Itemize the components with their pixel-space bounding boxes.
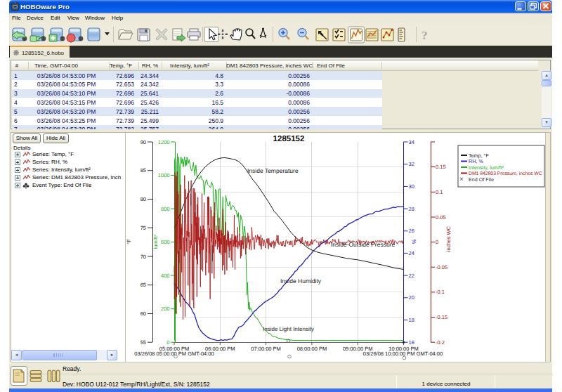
svg-text:22: 22 [409, 273, 414, 279]
svg-text:-0.2: -0.2 [436, 339, 445, 346]
svg-text:1000: 1000 [158, 172, 170, 178]
svg-text:34: 34 [409, 139, 414, 145]
svg-text:0: 0 [436, 239, 438, 245]
svg-text:0: 0 [166, 339, 169, 346]
svg-text:0.15: 0.15 [436, 164, 446, 170]
svg-text:16: 16 [409, 339, 414, 346]
svg-text:°F: °F [126, 239, 132, 244]
svg-text:70: 70 [140, 254, 146, 260]
svg-text:18: 18 [409, 317, 414, 323]
svg-text:90: 90 [140, 139, 146, 145]
svg-text:60: 60 [140, 311, 146, 317]
svg-text:-0.15: -0.15 [436, 314, 447, 320]
svg-text:75: 75 [140, 225, 146, 231]
svg-text:Intensity, lum/ft²: Intensity, lum/ft² [469, 164, 504, 171]
svg-text:26: 26 [409, 228, 414, 234]
svg-text:30: 30 [409, 183, 414, 190]
svg-text:85: 85 [140, 167, 146, 174]
svg-text:-0.1: -0.1 [436, 289, 445, 295]
svg-text:55: 55 [140, 339, 146, 346]
svg-text:200: 200 [161, 306, 170, 312]
svg-text:Inside Light Intensity: Inside Light Intensity [263, 326, 314, 332]
svg-text:07:00:00 PM: 07:00:00 PM [251, 346, 281, 352]
svg-text:28: 28 [409, 206, 414, 212]
svg-text:24: 24 [409, 250, 414, 256]
svg-text:×: × [459, 176, 464, 183]
svg-text:?: ? [422, 29, 428, 42]
svg-text:20: 20 [409, 294, 414, 301]
svg-text:03/26/08 10:00:00 PM GMT-04:00: 03/26/08 10:00:00 PM GMT-04:00 [363, 351, 443, 357]
svg-text:800: 800 [161, 206, 170, 212]
svg-text:End Of File: End Of File [469, 176, 494, 183]
svg-text:600: 600 [161, 239, 170, 245]
svg-text:1285152: 1285152 [273, 135, 305, 143]
svg-text:80: 80 [140, 196, 146, 202]
svg-text:400: 400 [161, 273, 170, 279]
svg-text:Inside Humidity: Inside Humidity [280, 277, 322, 285]
svg-text:Inside-Outside Pressure: Inside-Outside Pressure [331, 241, 395, 248]
svg-text:-0.05: -0.05 [436, 264, 447, 270]
svg-text:0.1: 0.1 [436, 189, 443, 195]
svg-text:inches WC: inches WC [445, 226, 452, 251]
svg-text:1200: 1200 [158, 139, 170, 145]
svg-text:65: 65 [140, 282, 146, 288]
svg-text:08:00:00 PM: 08:00:00 PM [297, 346, 327, 352]
svg-text:32: 32 [409, 161, 414, 167]
svg-text:%: % [411, 239, 417, 244]
svg-text:lum/ft²: lum/ft² [152, 234, 159, 249]
svg-text:Inside Temperature: Inside Temperature [247, 167, 299, 174]
svg-text:0.05: 0.05 [436, 214, 446, 221]
